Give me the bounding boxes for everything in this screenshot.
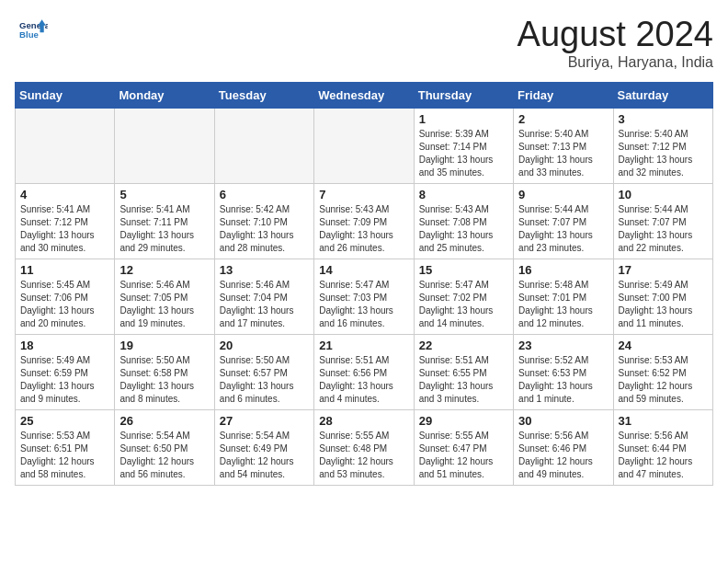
- week-row-5: 25Sunrise: 5:53 AM Sunset: 6:51 PM Dayli…: [16, 410, 713, 486]
- calendar-cell: [314, 109, 414, 184]
- cell-info: Sunrise: 5:47 AM Sunset: 7:03 PM Dayligh…: [319, 279, 408, 330]
- calendar-cell: 17Sunrise: 5:49 AM Sunset: 7:00 PM Dayli…: [613, 259, 712, 335]
- week-row-4: 18Sunrise: 5:49 AM Sunset: 6:59 PM Dayli…: [16, 335, 713, 410]
- weekday-header-saturday: Saturday: [613, 83, 712, 109]
- day-number: 16: [518, 263, 608, 277]
- day-number: 15: [419, 263, 508, 277]
- cell-info: Sunrise: 5:41 AM Sunset: 7:11 PM Dayligh…: [119, 203, 209, 255]
- calendar-cell: 22Sunrise: 5:51 AM Sunset: 6:55 PM Dayli…: [414, 335, 513, 410]
- cell-info: Sunrise: 5:50 AM Sunset: 6:57 PM Dayligh…: [220, 354, 309, 406]
- calendar-cell: 21Sunrise: 5:51 AM Sunset: 6:56 PM Dayli…: [314, 335, 414, 410]
- location: Buriya, Haryana, India: [518, 54, 713, 71]
- logo-icon: General Blue: [18, 15, 48, 44]
- day-number: 17: [619, 263, 708, 277]
- cell-info: Sunrise: 5:50 AM Sunset: 6:58 PM Dayligh…: [119, 354, 209, 406]
- calendar-cell: 4Sunrise: 5:41 AM Sunset: 7:12 PM Daylig…: [16, 184, 115, 259]
- calendar-cell: 9Sunrise: 5:44 AM Sunset: 7:07 PM Daylig…: [514, 184, 613, 259]
- weekday-header-row: SundayMondayTuesdayWednesdayThursdayFrid…: [16, 83, 713, 109]
- cell-info: Sunrise: 5:48 AM Sunset: 7:01 PM Dayligh…: [518, 279, 608, 330]
- calendar-cell: 30Sunrise: 5:56 AM Sunset: 6:46 PM Dayli…: [514, 410, 613, 486]
- cell-info: Sunrise: 5:40 AM Sunset: 7:13 PM Dayligh…: [518, 128, 608, 179]
- cell-info: Sunrise: 5:54 AM Sunset: 6:49 PM Dayligh…: [220, 430, 309, 481]
- calendar-cell: 8Sunrise: 5:43 AM Sunset: 7:08 PM Daylig…: [414, 184, 513, 259]
- cell-info: Sunrise: 5:53 AM Sunset: 6:51 PM Dayligh…: [20, 430, 109, 481]
- week-row-1: 1Sunrise: 5:39 AM Sunset: 7:14 PM Daylig…: [16, 109, 713, 184]
- weekday-header-monday: Monday: [115, 83, 214, 109]
- day-number: 1: [419, 112, 508, 126]
- calendar-cell: 7Sunrise: 5:43 AM Sunset: 7:09 PM Daylig…: [314, 184, 414, 259]
- cell-info: Sunrise: 5:56 AM Sunset: 6:44 PM Dayligh…: [619, 430, 708, 481]
- day-number: 26: [119, 414, 209, 428]
- cell-info: Sunrise: 5:40 AM Sunset: 7:12 PM Dayligh…: [619, 128, 708, 179]
- day-number: 30: [518, 414, 608, 428]
- calendar-cell: 2Sunrise: 5:40 AM Sunset: 7:13 PM Daylig…: [514, 109, 613, 184]
- calendar-cell: [214, 109, 313, 184]
- cell-info: Sunrise: 5:44 AM Sunset: 7:07 PM Dayligh…: [518, 203, 608, 255]
- cell-info: Sunrise: 5:44 AM Sunset: 7:07 PM Dayligh…: [619, 203, 708, 255]
- day-number: 21: [319, 339, 408, 352]
- calendar-cell: 15Sunrise: 5:47 AM Sunset: 7:02 PM Dayli…: [414, 259, 513, 335]
- weekday-header-sunday: Sunday: [16, 83, 115, 109]
- cell-info: Sunrise: 5:51 AM Sunset: 6:56 PM Dayligh…: [319, 354, 408, 406]
- weekday-header-tuesday: Tuesday: [214, 83, 313, 109]
- cell-info: Sunrise: 5:52 AM Sunset: 6:53 PM Dayligh…: [518, 354, 608, 406]
- day-number: 12: [119, 263, 209, 277]
- cell-info: Sunrise: 5:53 AM Sunset: 6:52 PM Dayligh…: [619, 354, 708, 406]
- cell-info: Sunrise: 5:43 AM Sunset: 7:09 PM Dayligh…: [319, 203, 408, 255]
- week-row-2: 4Sunrise: 5:41 AM Sunset: 7:12 PM Daylig…: [16, 184, 713, 259]
- month-title: August 2024: [518, 15, 713, 54]
- cell-info: Sunrise: 5:43 AM Sunset: 7:08 PM Dayligh…: [419, 203, 508, 255]
- title-block: August 2024 Buriya, Haryana, India: [518, 15, 713, 71]
- day-number: 20: [220, 339, 309, 352]
- calendar-cell: 5Sunrise: 5:41 AM Sunset: 7:11 PM Daylig…: [115, 184, 214, 259]
- week-row-3: 11Sunrise: 5:45 AM Sunset: 7:06 PM Dayli…: [16, 259, 713, 335]
- svg-text:Blue: Blue: [19, 29, 39, 40]
- cell-info: Sunrise: 5:49 AM Sunset: 6:59 PM Dayligh…: [20, 354, 109, 406]
- calendar-cell: 16Sunrise: 5:48 AM Sunset: 7:01 PM Dayli…: [514, 259, 613, 335]
- cell-info: Sunrise: 5:41 AM Sunset: 7:12 PM Dayligh…: [20, 203, 109, 255]
- calendar-cell: 6Sunrise: 5:42 AM Sunset: 7:10 PM Daylig…: [214, 184, 313, 259]
- calendar-cell: 10Sunrise: 5:44 AM Sunset: 7:07 PM Dayli…: [613, 184, 712, 259]
- day-number: 4: [20, 188, 109, 201]
- cell-info: Sunrise: 5:39 AM Sunset: 7:14 PM Dayligh…: [419, 128, 508, 179]
- day-number: 5: [119, 188, 209, 201]
- calendar-cell: 13Sunrise: 5:46 AM Sunset: 7:04 PM Dayli…: [214, 259, 313, 335]
- day-number: 18: [20, 339, 109, 352]
- cell-info: Sunrise: 5:46 AM Sunset: 7:04 PM Dayligh…: [220, 279, 309, 330]
- cell-info: Sunrise: 5:55 AM Sunset: 6:48 PM Dayligh…: [319, 430, 408, 481]
- day-number: 22: [419, 339, 508, 352]
- calendar-cell: 23Sunrise: 5:52 AM Sunset: 6:53 PM Dayli…: [514, 335, 613, 410]
- weekday-header-friday: Friday: [514, 83, 613, 109]
- day-number: 2: [518, 112, 608, 126]
- calendar-cell: 18Sunrise: 5:49 AM Sunset: 6:59 PM Dayli…: [16, 335, 115, 410]
- calendar-cell: 11Sunrise: 5:45 AM Sunset: 7:06 PM Dayli…: [16, 259, 115, 335]
- day-number: 25: [20, 414, 109, 428]
- calendar-cell: 31Sunrise: 5:56 AM Sunset: 6:44 PM Dayli…: [613, 410, 712, 486]
- calendar-cell: 20Sunrise: 5:50 AM Sunset: 6:57 PM Dayli…: [214, 335, 313, 410]
- calendar-cell: 3Sunrise: 5:40 AM Sunset: 7:12 PM Daylig…: [613, 109, 712, 184]
- weekday-header-thursday: Thursday: [414, 83, 513, 109]
- day-number: 24: [619, 339, 708, 352]
- calendar-cell: 28Sunrise: 5:55 AM Sunset: 6:48 PM Dayli…: [314, 410, 414, 486]
- day-number: 31: [619, 414, 708, 428]
- day-number: 3: [619, 112, 708, 126]
- cell-info: Sunrise: 5:46 AM Sunset: 7:05 PM Dayligh…: [119, 279, 209, 330]
- day-number: 14: [319, 263, 408, 277]
- calendar-cell: 25Sunrise: 5:53 AM Sunset: 6:51 PM Dayli…: [16, 410, 115, 486]
- logo: General Blue: [15, 15, 48, 44]
- calendar-cell: 26Sunrise: 5:54 AM Sunset: 6:50 PM Dayli…: [115, 410, 214, 486]
- day-number: 9: [518, 188, 608, 201]
- calendar-cell: [16, 109, 115, 184]
- day-number: 28: [319, 414, 408, 428]
- day-number: 6: [220, 188, 309, 201]
- calendar-cell: [115, 109, 214, 184]
- page-header: General Blue August 2024 Buriya, Haryana…: [15, 15, 713, 71]
- day-number: 13: [220, 263, 309, 277]
- calendar-cell: 1Sunrise: 5:39 AM Sunset: 7:14 PM Daylig…: [414, 109, 513, 184]
- calendar-table: SundayMondayTuesdayWednesdayThursdayFrid…: [15, 82, 713, 486]
- day-number: 23: [518, 339, 608, 352]
- cell-info: Sunrise: 5:55 AM Sunset: 6:47 PM Dayligh…: [419, 430, 508, 481]
- cell-info: Sunrise: 5:51 AM Sunset: 6:55 PM Dayligh…: [419, 354, 508, 406]
- calendar-cell: 19Sunrise: 5:50 AM Sunset: 6:58 PM Dayli…: [115, 335, 214, 410]
- day-number: 7: [319, 188, 408, 201]
